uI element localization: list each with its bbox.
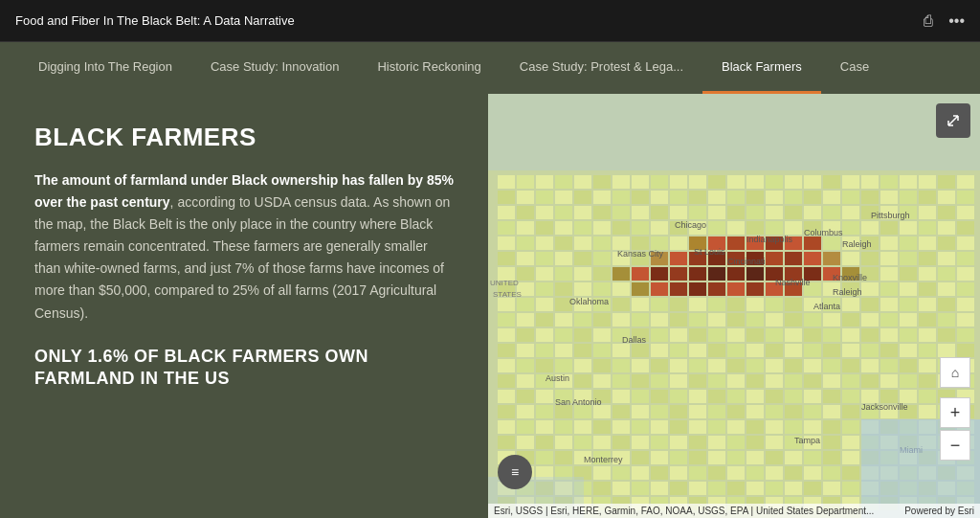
nav-item-innovation[interactable]: Case Study: Innovation bbox=[191, 42, 358, 94]
svg-rect-251 bbox=[938, 313, 955, 327]
svg-rect-514 bbox=[708, 482, 725, 495]
svg-rect-308 bbox=[593, 359, 611, 372]
svg-rect-490 bbox=[727, 466, 745, 480]
map-zoom-out-button[interactable]: − bbox=[940, 430, 970, 461]
svg-rect-67 bbox=[766, 206, 783, 219]
svg-rect-264 bbox=[708, 328, 725, 342]
svg-rect-131 bbox=[555, 252, 572, 265]
svg-rect-406 bbox=[555, 420, 572, 434]
svg-text:UNITED: UNITED bbox=[490, 279, 519, 287]
svg-rect-510 bbox=[632, 482, 649, 495]
nav-item-protest[interactable]: Case Study: Protest & Lega... bbox=[501, 42, 702, 94]
svg-rect-293 bbox=[785, 344, 802, 357]
svg-rect-385 bbox=[632, 405, 649, 418]
svg-rect-183 bbox=[593, 282, 611, 296]
svg-rect-84 bbox=[612, 221, 630, 235]
svg-rect-216 bbox=[746, 298, 764, 311]
svg-rect-37 bbox=[670, 191, 687, 204]
svg-rect-266 bbox=[746, 328, 764, 342]
svg-rect-485 bbox=[632, 466, 649, 480]
svg-rect-393 bbox=[785, 405, 802, 418]
svg-rect-174 bbox=[900, 267, 917, 281]
svg-rect-281 bbox=[555, 344, 572, 357]
svg-rect-355 bbox=[536, 390, 553, 403]
svg-rect-488 bbox=[689, 466, 706, 480]
svg-rect-26 bbox=[938, 175, 955, 189]
svg-rect-101 bbox=[938, 221, 955, 235]
svg-text:Jacksonville: Jacksonville bbox=[861, 402, 908, 412]
svg-rect-149 bbox=[900, 252, 917, 265]
svg-rect-345 bbox=[823, 374, 840, 388]
nav-item-black-farmers[interactable]: Black Farmers bbox=[702, 42, 821, 94]
svg-rect-429 bbox=[517, 436, 534, 449]
map-legend-button[interactable]: ≡ bbox=[498, 455, 532, 489]
svg-rect-442 bbox=[766, 436, 783, 449]
svg-rect-6 bbox=[555, 175, 572, 189]
svg-rect-440 bbox=[727, 436, 745, 449]
svg-rect-384 bbox=[612, 405, 630, 418]
svg-text:Atlanta: Atlanta bbox=[813, 302, 840, 311]
map-home-button[interactable]: ⌂ bbox=[940, 357, 970, 388]
svg-rect-25 bbox=[919, 175, 936, 189]
svg-rect-96 bbox=[842, 221, 859, 235]
svg-rect-200 bbox=[919, 282, 936, 296]
svg-rect-269 bbox=[804, 328, 821, 342]
svg-text:Kansas City: Kansas City bbox=[617, 249, 664, 259]
svg-rect-441 bbox=[746, 436, 764, 449]
svg-rect-400 bbox=[919, 405, 936, 418]
svg-rect-89 bbox=[708, 221, 725, 235]
svg-rect-104 bbox=[517, 236, 534, 250]
svg-rect-341 bbox=[746, 374, 764, 388]
svg-rect-62 bbox=[670, 206, 687, 219]
svg-rect-288 bbox=[689, 344, 706, 357]
svg-text:Monterrey: Monterrey bbox=[584, 455, 623, 464]
svg-rect-285 bbox=[632, 344, 649, 357]
svg-rect-211 bbox=[651, 298, 668, 311]
svg-rect-430 bbox=[536, 436, 553, 449]
svg-rect-4 bbox=[517, 175, 534, 189]
svg-rect-512 bbox=[670, 482, 687, 495]
svg-rect-127 bbox=[957, 236, 974, 250]
svg-rect-21 bbox=[842, 175, 859, 189]
svg-rect-110 bbox=[632, 236, 649, 250]
svg-rect-404 bbox=[517, 420, 534, 434]
svg-rect-262 bbox=[670, 328, 687, 342]
more-icon[interactable]: ••• bbox=[948, 12, 965, 30]
svg-rect-29 bbox=[517, 191, 534, 204]
svg-rect-163 bbox=[689, 267, 706, 281]
svg-rect-100 bbox=[919, 221, 936, 235]
svg-rect-315 bbox=[727, 359, 745, 372]
svg-rect-287 bbox=[670, 344, 687, 357]
svg-rect-489 bbox=[708, 466, 725, 480]
nav-item-case[interactable]: Case bbox=[821, 42, 888, 94]
svg-rect-250 bbox=[919, 313, 936, 327]
main-content: BLACK FARMERS The amount of farmland und… bbox=[0, 94, 980, 518]
svg-rect-190 bbox=[727, 282, 745, 296]
svg-rect-322 bbox=[861, 359, 879, 372]
map-attribution: Esri, USGS | Esri, HERE, Garmin, FAO, NO… bbox=[488, 504, 980, 518]
svg-rect-212 bbox=[670, 298, 687, 311]
share-icon[interactable]: ⎙ bbox=[924, 12, 933, 30]
svg-rect-102 bbox=[957, 221, 974, 235]
svg-rect-431 bbox=[555, 436, 572, 449]
svg-rect-470 bbox=[823, 451, 840, 464]
svg-rect-45 bbox=[823, 191, 840, 204]
map-zoom-in-button[interactable]: + bbox=[940, 397, 970, 428]
svg-rect-295 bbox=[823, 344, 840, 357]
svg-rect-185 bbox=[632, 282, 649, 296]
nav-item-digging[interactable]: Digging Into The Region bbox=[19, 42, 191, 94]
svg-rect-154 bbox=[517, 267, 534, 281]
svg-rect-124 bbox=[900, 236, 917, 250]
svg-rect-229 bbox=[517, 313, 534, 327]
svg-rect-18 bbox=[785, 175, 802, 189]
svg-rect-513 bbox=[689, 482, 706, 495]
nav-item-historic[interactable]: Historic Reckoning bbox=[358, 42, 500, 94]
svg-rect-343 bbox=[785, 374, 802, 388]
map-expand-button[interactable] bbox=[936, 103, 970, 138]
svg-rect-242 bbox=[766, 313, 783, 327]
svg-rect-409 bbox=[612, 420, 630, 434]
svg-rect-80 bbox=[536, 221, 553, 235]
svg-rect-83 bbox=[593, 221, 611, 235]
svg-rect-71 bbox=[842, 206, 859, 219]
svg-rect-438 bbox=[689, 436, 706, 449]
